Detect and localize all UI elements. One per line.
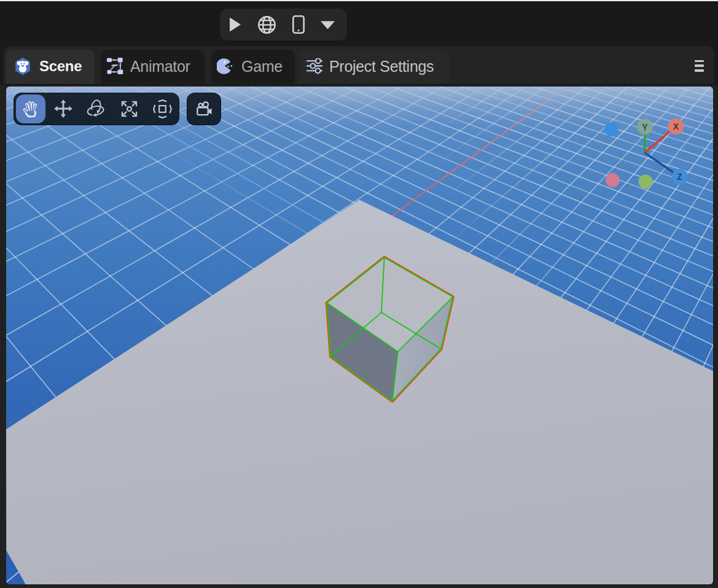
- svg-text:Z: Z: [677, 172, 682, 182]
- svg-text:Y: Y: [642, 122, 648, 131]
- svg-text:X: X: [673, 122, 679, 131]
